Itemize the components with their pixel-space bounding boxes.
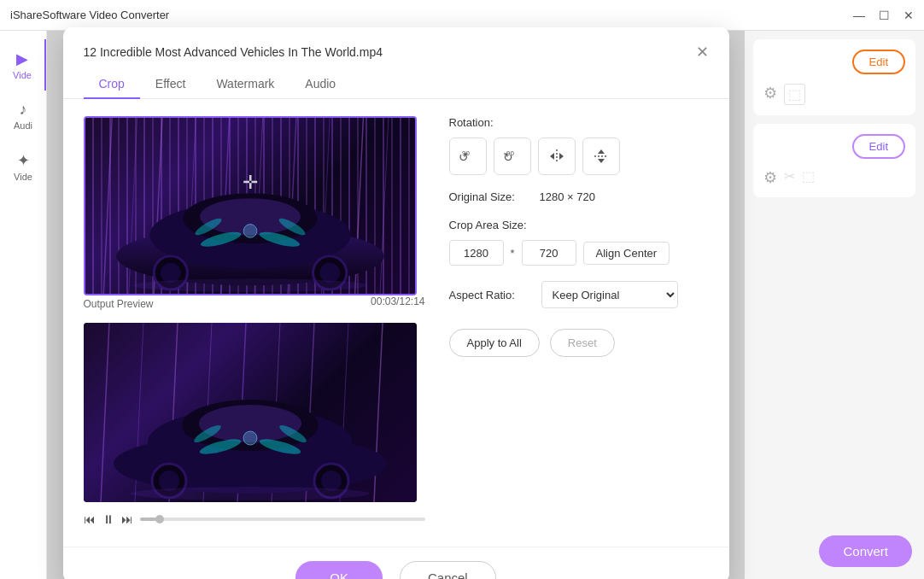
progress-bar[interactable] xyxy=(140,518,425,521)
video-icon: ▶ xyxy=(7,50,38,68)
svg-line-25 xyxy=(101,323,109,502)
svg-text:90: 90 xyxy=(462,149,470,157)
close-button[interactable]: ✕ xyxy=(904,9,914,22)
app-title: iShareSoftware Video Converter xyxy=(10,9,169,21)
video-svg: ✛ xyxy=(85,118,415,294)
svg-point-41 xyxy=(321,471,342,491)
playback-controls: ⏮ ⏸ ⏭ xyxy=(84,509,425,529)
video2-icon: ✦ xyxy=(7,151,39,170)
aspect-ratio-section: Aspect Ratio: Keep Original 16:9 4:3 1:1… xyxy=(449,281,709,308)
output-svg xyxy=(84,323,417,502)
sidebar-item-audio[interactable]: ♪ Audi xyxy=(0,91,46,141)
action-row: Apply to All Reset xyxy=(449,329,709,357)
cancel-button[interactable]: Cancel xyxy=(400,561,496,579)
svg-line-9 xyxy=(380,118,389,294)
right-card-1: Edit ⚙ ⬚ xyxy=(753,39,915,115)
size-row: Original Size: 1280 × 720 xyxy=(449,190,709,203)
aspect-ratio-select[interactable]: Keep Original 16:9 4:3 1:1 9:16 xyxy=(541,281,678,308)
right-card-2-icons: ⚙ ✂ ⬚ xyxy=(763,168,905,187)
svg-point-15 xyxy=(161,263,181,284)
aspect-row: Aspect Ratio: Keep Original 16:9 4:3 1:1… xyxy=(449,281,709,308)
sidebar-label-audio: Audi xyxy=(14,120,32,131)
title-bar: iShareSoftware Video Converter — ☐ ✕ xyxy=(0,0,924,31)
scissors-icon-2[interactable]: ✂ xyxy=(784,168,795,187)
gear-icon-2[interactable]: ⚙ xyxy=(763,168,777,187)
tab-crop[interactable]: Crop xyxy=(84,70,140,99)
sidebar-item-video2[interactable]: ✦ Vide xyxy=(0,141,46,192)
rotation-section: Rotation: ↺ 90 ↻ xyxy=(449,116,709,175)
rotation-buttons: ↺ 90 ↻ 90 xyxy=(449,137,709,175)
svg-line-0 xyxy=(103,118,112,294)
crop-area-section: Crop Area Size: * Align Center xyxy=(449,219,709,266)
pause-button[interactable]: ⏸ xyxy=(102,512,114,526)
modal-close-button[interactable]: ✕ xyxy=(696,43,709,61)
sidebar: ▶ Vide ♪ Audi ✦ Vide xyxy=(0,31,47,579)
right-card-1-icons: ⚙ ⬚ xyxy=(763,84,905,105)
flip-vertical-button[interactable] xyxy=(582,137,620,175)
progress-fill xyxy=(140,518,157,521)
flip-vertical-icon xyxy=(592,147,611,166)
modal-overlay: 12 Incredible Most Advanced Vehicles In … xyxy=(47,31,745,579)
rotate-right-button[interactable]: ↻ 90 xyxy=(494,137,531,175)
modal-header: 12 Incredible Most Advanced Vehicles In … xyxy=(63,27,729,61)
crop-area-label: Crop Area Size: xyxy=(449,219,709,231)
original-size-label: Original Size: xyxy=(449,190,535,203)
edit-button-1[interactable]: Edit xyxy=(852,50,905,74)
rotate-left-button[interactable]: ↺ 90 xyxy=(449,137,487,175)
svg-point-42 xyxy=(243,431,257,445)
crop-icon-2[interactable]: ⬚ xyxy=(802,168,815,187)
crop-icon-1[interactable]: ⬚ xyxy=(784,84,805,105)
video-label: Output Preview xyxy=(84,298,154,310)
sidebar-label-video: Vide xyxy=(13,70,32,80)
play-button[interactable]: ⏭ xyxy=(121,512,133,526)
preview-area: ✛ Output Preview 00:03/12:14 xyxy=(84,116,425,529)
modal-dialog: 12 Incredible Most Advanced Vehicles In … xyxy=(63,27,729,579)
rotate-right-icon: ↻ 90 xyxy=(503,147,522,166)
flip-horizontal-icon xyxy=(547,147,566,166)
maximize-button[interactable]: ☐ xyxy=(879,9,890,22)
tab-effect[interactable]: Effect xyxy=(140,70,202,99)
right-panel: Edit ⚙ ⬚ Edit ⚙ ✂ ⬚ Convert xyxy=(745,31,924,579)
output-inner xyxy=(84,323,417,502)
modal-tabs: Crop Effect Watermark Audio xyxy=(63,61,729,99)
original-size-value: 1280 × 720 xyxy=(540,190,595,203)
video-label-row: Output Preview 00:03/12:14 xyxy=(84,295,425,311)
rotate-left-icon: ↺ 90 xyxy=(459,147,477,166)
svg-text:90: 90 xyxy=(506,149,514,157)
progress-thumb[interactable] xyxy=(155,515,164,523)
gear-icon-1[interactable]: ⚙ xyxy=(763,84,777,105)
video-time: 00:03/12:14 xyxy=(371,295,424,307)
sidebar-item-video[interactable]: ▶ Vide xyxy=(0,39,46,91)
original-size-section: Original Size: 1280 × 720 xyxy=(449,190,709,203)
modal-title: 12 Incredible Most Advanced Vehicles In … xyxy=(84,45,383,59)
convert-button[interactable]: Convert xyxy=(819,535,912,567)
crop-row: * Align Center xyxy=(449,240,709,266)
output-preview xyxy=(84,323,417,502)
svg-text:✛: ✛ xyxy=(243,172,258,193)
sidebar-label-video2: Vide xyxy=(14,172,32,182)
edit-button-2[interactable]: Edit xyxy=(852,134,905,159)
controls-panel: Rotation: ↺ 90 ↻ xyxy=(425,116,709,529)
align-center-button[interactable]: Align Center xyxy=(583,242,670,265)
minimize-button[interactable]: — xyxy=(853,9,865,22)
svg-point-47 xyxy=(131,487,370,500)
tab-audio[interactable]: Audio xyxy=(289,70,351,99)
apply-to-all-button[interactable]: Apply to All xyxy=(449,329,540,357)
crop-width-input[interactable] xyxy=(449,240,504,266)
svg-point-17 xyxy=(319,263,340,284)
modal-footer: OK Cancel xyxy=(63,547,729,579)
video-inner: ✛ xyxy=(85,118,415,294)
reset-button[interactable]: Reset xyxy=(550,329,615,357)
flip-horizontal-button[interactable] xyxy=(538,137,576,175)
modal-body: ✛ Output Preview 00:03/12:14 xyxy=(63,99,729,547)
right-card-2: Edit ⚙ ✂ ⬚ xyxy=(753,124,915,197)
tab-watermark[interactable]: Watermark xyxy=(201,70,289,99)
crop-height-input[interactable] xyxy=(522,240,576,266)
audio-icon: ♪ xyxy=(7,101,39,119)
svg-point-39 xyxy=(159,471,179,491)
skip-back-button[interactable]: ⏮ xyxy=(84,512,96,526)
main-content: 12 Incredible Most Advanced Vehicles In … xyxy=(47,31,745,579)
window-controls[interactable]: — ☐ ✕ xyxy=(853,9,914,22)
ok-button[interactable]: OK xyxy=(295,561,383,579)
video-frame: ✛ xyxy=(84,116,417,295)
